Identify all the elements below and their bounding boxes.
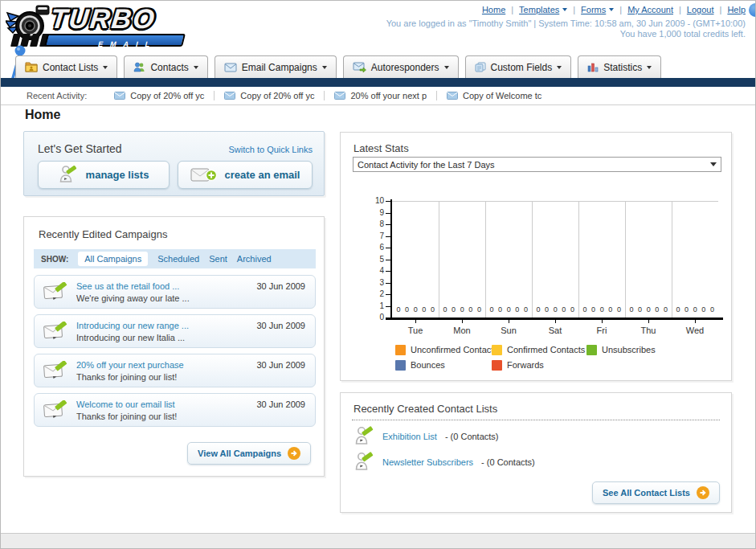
recent-activity-item[interactable]: Copy of 20% off yc: [215, 91, 325, 100]
contact-list-detail: - (0 Contacts): [481, 457, 535, 467]
campaign-row[interactable]: 20% off your next purchase Thanks for jo…: [34, 354, 316, 387]
filter-sent[interactable]: Sent: [209, 254, 227, 264]
bar-value-label: 0: [581, 305, 589, 313]
legend-label: Unsubscribes: [602, 345, 656, 355]
switch-quick-links[interactable]: Switch to Quick Links: [228, 145, 313, 154]
y-axis-label: 4: [368, 266, 384, 275]
x-axis-label: Thu: [625, 326, 672, 335]
chart-gridline: [485, 201, 486, 318]
link-templates[interactable]: Templates: [519, 5, 567, 14]
contact-list-item[interactable]: Newsletter Subscribers - (0 Contacts): [355, 451, 535, 473]
y-axis-tick: [386, 318, 390, 318]
bar-value-label: 0: [691, 305, 699, 313]
turbo-email-dashboard: TURBO EMAIL Home| Templates| Forms| My A…: [0, 0, 756, 549]
link-home[interactable]: Home: [482, 5, 505, 14]
x-axis-tick: [602, 320, 603, 323]
campaign-title-link[interactable]: See us at the retail food ...: [76, 281, 179, 291]
get-started-title: Let's Get Started: [38, 142, 122, 155]
bar-value-label: 0: [411, 305, 419, 313]
recent-activity-item[interactable]: 20% off your next p: [325, 91, 437, 100]
y-axis-label: 0: [368, 313, 384, 322]
manage-lists-button[interactable]: manage lists: [38, 161, 170, 189]
latest-stats-panel: Latest Stats Contact Activity for the La…: [340, 132, 732, 381]
campaign-subtitle: Thanks for joining our list!: [76, 372, 177, 382]
link-logout[interactable]: Logout: [687, 5, 714, 14]
campaign-subtitle: Introducing our new Italia ...: [76, 333, 185, 342]
see-all-contact-lists-button[interactable]: See All Contact Lists: [592, 481, 720, 504]
campaign-filter-bar: SHOW: All Campaigns Scheduled Sent Archi…: [34, 249, 316, 268]
campaign-envelope-icon: [43, 400, 69, 421]
campaign-title-link[interactable]: Introducing our new range ...: [76, 321, 189, 330]
y-axis-line: [390, 199, 392, 318]
y-axis-tick: [386, 248, 390, 248]
contacts-icon: [133, 62, 145, 72]
contact-lists-title: Recently Created Contact Lists: [353, 403, 497, 415]
x-axis-tick: [509, 320, 509, 323]
header-links: Home| Templates| Forms| My Account| Logo…: [482, 5, 746, 14]
link-forms[interactable]: Forms: [581, 5, 614, 14]
recent-activity-item[interactable]: Copy of Welcome tc: [437, 91, 551, 100]
tab-autoresponders[interactable]: Autoresponders: [343, 55, 459, 78]
tab-email-campaigns[interactable]: Email Campaigns: [215, 55, 337, 78]
campaign-row[interactable]: See us at the retail food ... We're givi…: [34, 275, 316, 309]
bar-value-label: 0: [627, 305, 635, 313]
tab-custom-fields[interactable]: Custom Fields: [465, 55, 572, 78]
chart-gridline: [439, 201, 439, 318]
recent-activity-item[interactable]: Copy of 20% off yc: [104, 91, 215, 100]
y-axis-tick: [386, 294, 390, 295]
bar-value-label: 0: [568, 305, 576, 313]
campaign-row[interactable]: Introducing our new range ... Introducin…: [34, 314, 316, 348]
x-axis-tick: [555, 320, 556, 323]
filter-archived[interactable]: Archived: [237, 254, 272, 264]
campaign-title-link[interactable]: Welcome to our email list: [76, 399, 175, 409]
chart-gridline: [672, 201, 672, 318]
contact-list-link[interactable]: Newsletter Subscribers: [382, 457, 473, 467]
legend-swatch: [395, 345, 406, 355]
chart-gridline: [392, 201, 718, 202]
tab-contacts[interactable]: Contacts: [124, 55, 207, 78]
contact-list-item[interactable]: Exhibition List - (0 Contacts): [355, 425, 499, 447]
bar-value-label: 0: [674, 305, 682, 313]
campaign-date: 30 Jun 2009: [256, 321, 305, 330]
bar-value-label: 0: [420, 305, 428, 313]
bar-value-label: 0: [403, 305, 411, 313]
create-email-button[interactable]: create an email: [178, 161, 313, 189]
campaign-date: 30 Jun 2009: [256, 360, 305, 370]
view-all-campaigns-button[interactable]: View All Campaigns: [187, 442, 311, 465]
campaign-date: 30 Jun 2009: [256, 281, 305, 291]
bar-value-label: 0: [636, 305, 644, 313]
bar-value-label: 0: [661, 305, 669, 313]
campaign-row[interactable]: Welcome to our email list Thanks for joi…: [34, 393, 316, 427]
bar-value-label: 0: [551, 305, 559, 313]
bar-value-label: 0: [488, 305, 496, 313]
legend-label: Forwards: [507, 360, 544, 371]
contact-activity-chart: 012345678910Tue00000Mon00000Sun00000Sat0…: [341, 133, 733, 382]
envelope-plus-icon: [190, 166, 218, 184]
bar-value-label: 0: [653, 305, 661, 313]
tab-contact-lists[interactable]: Contact Lists: [15, 55, 117, 78]
person-pencil-icon: [355, 425, 374, 447]
turbo-email-logo: TURBO EMAIL: [6, 3, 198, 50]
filter-scheduled[interactable]: Scheduled: [157, 254, 199, 264]
legend-swatch: [492, 360, 502, 371]
recent-activity-bar: Recent Activity: Copy of 20% off yc Copy…: [1, 87, 756, 105]
envelope-icon: [224, 92, 235, 100]
y-axis-tick: [386, 201, 390, 202]
tab-statistics[interactable]: Statistics: [578, 55, 661, 78]
x-axis-label: Sun: [485, 326, 532, 335]
legend-label: Unconfirmed Contacts: [411, 345, 498, 355]
legend-swatch: [492, 345, 502, 355]
link-my-account[interactable]: My Account: [627, 5, 673, 14]
bar-value-label: 0: [521, 305, 529, 313]
credits-text: You have 1,000 total credits left.: [620, 29, 746, 39]
contact-list-link[interactable]: Exhibition List: [382, 432, 437, 441]
bar-value-label: 0: [497, 305, 505, 313]
main-nav: Contact Lists Contacts Email Campaigns: [15, 55, 661, 78]
contact-lists-icon: [25, 62, 38, 72]
link-help[interactable]: Help: [727, 5, 746, 14]
filter-all-campaigns[interactable]: All Campaigns: [78, 252, 148, 266]
bar-value-label: 0: [441, 305, 449, 313]
envelope-icon: [114, 92, 125, 100]
x-axis-label: Tue: [392, 326, 439, 335]
campaign-title-link[interactable]: 20% off your next purchase: [76, 360, 184, 370]
